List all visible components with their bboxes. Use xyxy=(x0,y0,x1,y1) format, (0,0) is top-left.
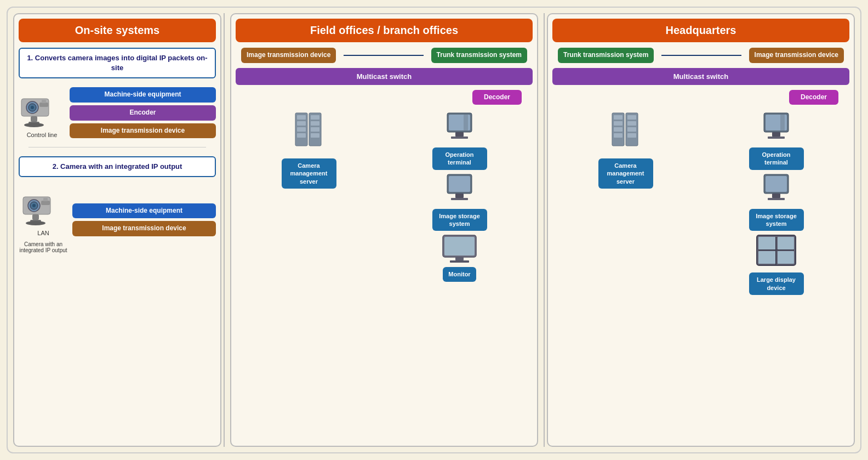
equipment-stack-2: Machine-side equipment Image transmissio… xyxy=(72,203,216,236)
hq-storage-group: Image storage system xyxy=(749,173,804,231)
field-storage-label: Image storage system xyxy=(432,209,487,231)
hq-section: Headquarters Trunk transmission system I… xyxy=(547,13,855,447)
equipment-stack-1: Machine-side equipment Encoder Image tra… xyxy=(70,87,216,138)
field-monitor-group: Monitor xyxy=(442,234,477,281)
field-image-transmission: Image transmission device xyxy=(241,48,336,63)
svg-rect-44 xyxy=(614,127,623,132)
svg-point-8 xyxy=(24,123,44,127)
hq-right-devices: Operation terminal Image storage system xyxy=(749,112,804,295)
onsite-box1: 1. Converts camera images into digital I… xyxy=(19,48,216,78)
camera-block-1: Control line Machine-side equipment Enco… xyxy=(19,87,216,138)
hq-operation-label: Operation terminal xyxy=(749,147,804,170)
field-section: Field offices / branch offices Image tra… xyxy=(230,13,538,447)
hq-header: Headquarters xyxy=(552,19,849,42)
field-operation-group: Operation terminal xyxy=(432,112,487,170)
hq-operation-group: Operation terminal xyxy=(749,112,804,170)
svg-rect-38 xyxy=(444,237,475,255)
hq-trunk-transmission: Trunk transmission system xyxy=(558,48,654,63)
image-transmission-label-1: Image transmission device xyxy=(70,123,216,139)
main-container: On-site systems 1. Converts camera image… xyxy=(7,7,861,453)
onsite-box2: 2. Camera with an integrated IP output xyxy=(19,156,216,177)
field-top-row: Image transmission device Trunk transmis… xyxy=(236,48,533,63)
hq-large-display-group: Large display device xyxy=(749,234,804,295)
hline-top-hq xyxy=(661,55,741,56)
svg-rect-53 xyxy=(772,132,780,137)
divider xyxy=(28,147,206,147)
svg-point-3 xyxy=(31,106,34,109)
image-transmission-label-2: Image transmission device xyxy=(72,221,216,236)
field-operation-label: Operation terminal xyxy=(432,147,487,170)
svg-rect-4 xyxy=(39,103,48,107)
svg-rect-27 xyxy=(311,133,319,138)
svg-rect-50 xyxy=(627,133,636,138)
desktop-icon-field-op xyxy=(444,112,475,145)
field-decoder: Decoder xyxy=(472,90,522,105)
svg-rect-54 xyxy=(768,137,785,139)
svg-rect-6 xyxy=(31,116,37,122)
svg-rect-47 xyxy=(627,115,636,120)
svg-rect-5 xyxy=(42,100,46,103)
svg-rect-34 xyxy=(449,176,470,192)
hq-wrapper: Trunk transmission system Image transmis… xyxy=(552,48,849,441)
hq-camera-mgmt-label: Camera management server xyxy=(598,158,653,189)
svg-rect-43 xyxy=(614,121,623,126)
field-multicast: Multicast switch xyxy=(236,68,533,85)
svg-rect-25 xyxy=(311,121,319,126)
field-trunk-transmission: Trunk transmission system xyxy=(431,48,527,63)
svg-rect-57 xyxy=(766,176,787,192)
hq-image-transmission: Image transmission device xyxy=(749,48,844,63)
hq-decoder-row: Decoder xyxy=(552,90,849,105)
svg-rect-39 xyxy=(455,257,464,260)
svg-rect-14 xyxy=(43,198,48,201)
svg-rect-63 xyxy=(758,251,776,264)
camera-icon-2 xyxy=(20,186,67,227)
control-line-label: Control line xyxy=(27,132,58,138)
svg-rect-31 xyxy=(451,137,468,139)
machine-side-label-2: Machine-side equipment xyxy=(72,203,216,219)
svg-rect-15 xyxy=(32,214,39,220)
svg-point-17 xyxy=(26,221,45,225)
hq-multicast: Multicast switch xyxy=(552,68,849,85)
svg-rect-26 xyxy=(311,127,319,132)
field-decoder-row: Decoder xyxy=(236,90,533,105)
field-camera-mgmt-label: Camera management server xyxy=(282,158,336,189)
svg-rect-64 xyxy=(778,251,794,264)
svg-rect-58 xyxy=(772,194,780,198)
svg-rect-48 xyxy=(627,121,636,126)
lan-label: LAN xyxy=(37,230,49,236)
hq-top-row: Trunk transmission system Image transmis… xyxy=(552,48,849,63)
hq-decoder: Decoder xyxy=(789,90,838,105)
desktop-icon-field-storage xyxy=(444,173,475,206)
hq-bottom-devices: Camera management server Operation te xyxy=(552,112,849,295)
field-camera-mgmt-group: Camera management server xyxy=(282,112,336,189)
svg-rect-35 xyxy=(455,194,464,198)
svg-rect-45 xyxy=(614,133,623,138)
onsite-content: 1. Converts camera images into digital I… xyxy=(19,48,216,253)
sep2 xyxy=(544,13,545,447)
desktop-icon-hq-storage xyxy=(761,173,791,206)
hline-top-field xyxy=(344,55,423,56)
monitor-icon-field xyxy=(442,234,477,264)
svg-rect-61 xyxy=(758,237,776,249)
field-header: Field offices / branch offices xyxy=(236,19,533,42)
field-storage-group: Image storage system xyxy=(432,173,487,231)
svg-rect-42 xyxy=(614,115,623,120)
encoder-label: Encoder xyxy=(70,105,216,121)
svg-rect-49 xyxy=(627,127,636,132)
server-rack-icon-field xyxy=(293,112,326,156)
svg-rect-59 xyxy=(768,198,785,200)
field-right-devices: Operation terminal Image storage system xyxy=(432,112,487,281)
hq-storage-label: Image storage system xyxy=(749,209,804,231)
svg-rect-62 xyxy=(778,237,794,249)
svg-rect-40 xyxy=(450,260,469,263)
svg-rect-20 xyxy=(297,121,306,126)
svg-rect-19 xyxy=(297,115,306,120)
svg-rect-36 xyxy=(451,198,468,200)
svg-rect-30 xyxy=(455,132,464,137)
svg-rect-13 xyxy=(41,201,50,205)
machine-side-label-1: Machine-side equipment xyxy=(70,87,216,103)
hq-camera-mgmt-group: Camera management server xyxy=(598,112,653,189)
camera-block-2: LAN Camera with an integrated IP output … xyxy=(19,186,216,253)
camera-integrated-label: Camera with an integrated IP output xyxy=(19,241,68,253)
field-bottom-devices: Camera management server Operation te xyxy=(236,112,533,281)
